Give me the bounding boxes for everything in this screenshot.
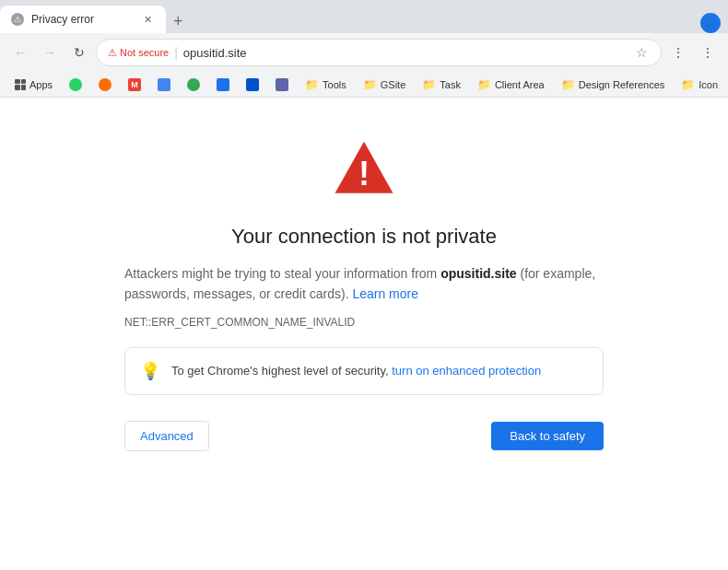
reload-button[interactable]: ↻: [66, 40, 92, 65]
tip-text-before: To get Chrome's highest level of securit…: [171, 364, 392, 378]
bookmark-whatsapp[interactable]: [62, 76, 89, 94]
bookmark-apps[interactable]: Apps: [7, 76, 60, 93]
error-desc-before: Attackers might be trying to steal your …: [124, 266, 440, 281]
not-secure-badge: ⚠ Not secure: [108, 47, 169, 59]
bookmark-label: Tools: [323, 79, 346, 90]
trello-icon: [246, 78, 259, 91]
navigation-bar: ← → ↻ ⚠ Not secure | opusitid.site ☆ ⋮ ⋮: [0, 33, 728, 72]
bookmark-icon-folder[interactable]: 📁 Icon: [674, 76, 725, 94]
menu-button[interactable]: ⋮: [695, 40, 721, 65]
shield-icon: [217, 78, 229, 91]
new-tab-button[interactable]: +: [166, 9, 191, 33]
gmail-icon: M: [128, 78, 141, 91]
bookmark-maps[interactable]: [180, 76, 207, 94]
error-code: NET::ERR_CERT_COMMON_NAME_INVALID: [124, 316, 604, 329]
bookmark-teams[interactable]: [268, 76, 296, 94]
error-title: Your connection is not private: [231, 225, 497, 249]
not-secure-label: Not secure: [120, 47, 169, 58]
bookmarks-bar: Apps M: [0, 72, 728, 98]
bookmark-tools[interactable]: 📁 Tools: [298, 76, 354, 94]
teams-icon: [276, 78, 288, 91]
bookmark-design-references[interactable]: 📁 Design References: [554, 76, 673, 94]
error-description: Attackers might be trying to steal your …: [124, 263, 604, 305]
error-domain: opusitid.site: [440, 266, 516, 281]
tab-close-button[interactable]: ✕: [140, 12, 155, 27]
bookmark-label: Client Area: [495, 79, 545, 90]
warning-icon: ⚠: [108, 47, 117, 59]
enhanced-protection-link[interactable]: turn on enhanced protection: [392, 364, 541, 378]
bookmark-button[interactable]: ☆: [634, 43, 650, 62]
bookmark-gmail[interactable]: M: [121, 76, 148, 94]
advanced-button[interactable]: Advanced: [124, 421, 209, 451]
drive-icon: [158, 78, 170, 91]
buttons-row: Advanced Back to safety: [124, 421, 604, 451]
bookmark-label: Task: [440, 79, 461, 90]
folder-icon: 📁: [363, 78, 377, 91]
forward-button[interactable]: →: [37, 40, 63, 65]
lightbulb-icon: 💡: [140, 361, 160, 381]
bookmark-label: Apps: [29, 79, 53, 90]
url-display: opusitid.site: [183, 46, 628, 60]
address-bar[interactable]: ⚠ Not secure | opusitid.site ☆: [96, 39, 662, 66]
back-button[interactable]: ←: [7, 40, 33, 65]
circle-icon-2: [99, 78, 112, 91]
bookmark-label: GSite: [381, 79, 406, 90]
svg-text:!: !: [358, 155, 370, 192]
error-icon: !: [332, 134, 396, 225]
bookmark-shield[interactable]: [209, 76, 237, 94]
security-tip-box: 💡 To get Chrome's highest level of secur…: [124, 347, 604, 395]
apps-grid-icon: [15, 79, 26, 90]
folder-icon: 📁: [422, 78, 436, 91]
folder-icon: 📁: [561, 78, 575, 91]
maps-icon: [187, 78, 200, 91]
bookmark-icon-2[interactable]: [91, 76, 119, 94]
bookmark-label: Design References: [579, 79, 665, 90]
extensions-button[interactable]: ⋮: [665, 40, 691, 65]
address-divider: |: [174, 45, 178, 60]
folder-icon: 📁: [305, 78, 319, 91]
profile-avatar[interactable]: 👤: [700, 13, 721, 33]
whatsapp-icon: [69, 78, 82, 91]
page-content: ! Your connection is not private Attacke…: [0, 98, 728, 570]
tip-text: To get Chrome's highest level of securit…: [171, 364, 541, 378]
tab-title: Privacy error: [31, 13, 133, 26]
tab-favicon: ⚠: [11, 13, 24, 26]
bookmark-label: Icon: [699, 79, 718, 90]
back-to-safety-button[interactable]: Back to safety: [491, 422, 604, 450]
bookmark-drive[interactable]: [150, 76, 178, 94]
folder-icon: 📁: [477, 78, 491, 91]
bookmark-task[interactable]: 📁 Task: [415, 76, 468, 94]
bookmark-trello[interactable]: [239, 76, 266, 94]
bookmark-client-area[interactable]: 📁 Client Area: [470, 76, 552, 94]
learn-more-link[interactable]: Learn more: [352, 286, 418, 301]
bookmark-gsite[interactable]: 📁 GSite: [356, 76, 414, 94]
active-tab[interactable]: ⚠ Privacy error ✕: [0, 6, 166, 33]
folder-icon: 📁: [681, 78, 695, 91]
